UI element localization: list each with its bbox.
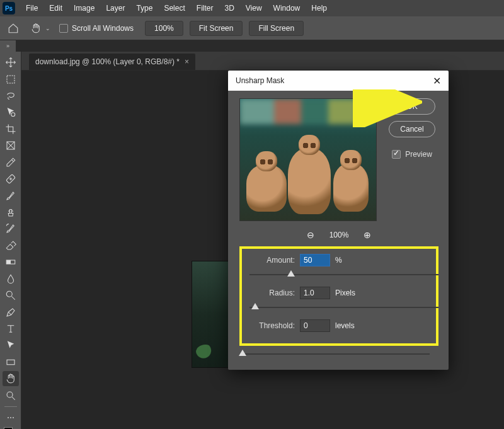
preview-checkbox[interactable] [392, 150, 401, 159]
menu-window[interactable]: Window [268, 0, 306, 16]
lasso-tool[interactable] [3, 88, 19, 103]
radius-slider[interactable] [249, 302, 438, 313]
hand-tool-icon[interactable] [29, 21, 43, 35]
preview-zoom-value[interactable]: 100% [329, 231, 349, 239]
menu-bar: Ps File Edit Image Layer Type Select Fil… [0, 0, 504, 16]
parameters-highlight: Amount: 50 % Radius: 1.0 Pixels Threshol… [239, 246, 438, 346]
dialog-title: Unsharp Mask [236, 76, 284, 85]
svg-rect-5 [6, 260, 11, 264]
preview-thumbnail[interactable] [239, 98, 377, 221]
menu-filter[interactable]: Filter [191, 0, 219, 16]
amount-label: Amount: [249, 256, 295, 265]
gradient-tool[interactable] [3, 255, 19, 270]
zoom-in-icon[interactable]: ⊕ [364, 230, 371, 240]
close-icon[interactable]: ✕ [433, 75, 441, 87]
threshold-label: Threshold: [249, 321, 295, 330]
fit-screen-button[interactable]: Fit Screen [190, 21, 243, 36]
dodge-tool[interactable] [3, 288, 19, 303]
menu-view[interactable]: View [240, 0, 268, 16]
collapse-toggle[interactable]: » [0, 40, 16, 52]
threshold-slider[interactable] [241, 348, 430, 360]
svg-rect-0 [7, 76, 14, 83]
home-button[interactable] [6, 21, 20, 35]
ok-button[interactable]: OK [389, 98, 435, 115]
fill-screen-button[interactable]: Fill Screen [249, 21, 304, 36]
frame-tool[interactable] [3, 138, 19, 153]
marquee-tool[interactable] [3, 71, 19, 86]
threshold-input[interactable]: 0 [300, 319, 330, 332]
amount-unit: % [335, 256, 342, 265]
radius-unit: Pixels [335, 289, 355, 297]
healing-tool[interactable] [3, 171, 19, 186]
rectangle-tool[interactable] [3, 355, 19, 370]
pen-tool[interactable] [3, 304, 19, 319]
edit-toolbar-button[interactable]: ⋯ [3, 410, 19, 425]
menu-file[interactable]: File [20, 0, 43, 16]
svg-point-8 [7, 392, 13, 398]
menu-layer[interactable]: Layer [100, 0, 130, 16]
document-tab-title: download.jpg @ 100% (Layer 0, RGB/8#) * [35, 57, 180, 66]
crop-tool[interactable] [3, 122, 19, 137]
svg-point-1 [11, 113, 14, 117]
tool-preset-dropdown[interactable]: ⌄ [45, 25, 50, 31]
cancel-button[interactable]: Cancel [389, 121, 435, 137]
path-select-tool[interactable] [3, 338, 19, 353]
svg-rect-7 [7, 360, 14, 365]
app-logo: Ps [3, 2, 15, 14]
document-tab-bar: download.jpg @ 100% (Layer 0, RGB/8#) * … [21, 52, 504, 71]
amount-slider[interactable] [249, 269, 438, 280]
zoom-tool[interactable] [3, 387, 19, 403]
scroll-all-checkbox[interactable] [59, 24, 68, 33]
menu-3d[interactable]: 3D [219, 0, 239, 16]
menu-image[interactable]: Image [68, 0, 100, 16]
menu-edit[interactable]: Edit [43, 0, 68, 16]
menu-help[interactable]: Help [306, 0, 333, 16]
brush-tool[interactable] [3, 188, 19, 203]
document-tab[interactable]: download.jpg @ 100% (Layer 0, RGB/8#) * … [29, 54, 195, 70]
menu-type[interactable]: Type [130, 0, 158, 16]
move-tool[interactable] [3, 55, 19, 70]
amount-input[interactable]: 50 [300, 254, 330, 266]
radius-label: Radius: [249, 289, 295, 297]
options-bar: ⌄ Scroll All Windows 100% Fit Screen Fil… [0, 16, 504, 40]
dialog-titlebar[interactable]: Unsharp Mask ✕ [228, 71, 449, 91]
eraser-tool[interactable] [3, 238, 19, 253]
unsharp-mask-dialog: Unsharp Mask ✕ OK Cancel Preview ⊖ 100% … [228, 71, 449, 370]
history-brush-tool[interactable] [3, 221, 19, 236]
clone-tool[interactable] [3, 205, 19, 220]
eyedropper-tool[interactable] [3, 155, 19, 170]
quick-select-tool[interactable] [3, 105, 19, 120]
hand-tool[interactable] [3, 371, 19, 386]
threshold-unit: levels [335, 321, 355, 330]
zoom-out-icon[interactable]: ⊖ [307, 230, 314, 240]
toolbox: ⋯ [0, 52, 21, 429]
menu-select[interactable]: Select [158, 0, 190, 16]
preview-label: Preview [405, 150, 432, 159]
blur-tool[interactable] [3, 271, 19, 286]
svg-point-6 [6, 291, 12, 297]
radius-input[interactable]: 1.0 [300, 287, 330, 299]
close-tab-icon[interactable]: × [185, 57, 189, 66]
zoom-field[interactable]: 100% [145, 21, 183, 36]
scroll-all-label: Scroll All Windows [72, 24, 134, 33]
type-tool[interactable] [3, 321, 19, 336]
